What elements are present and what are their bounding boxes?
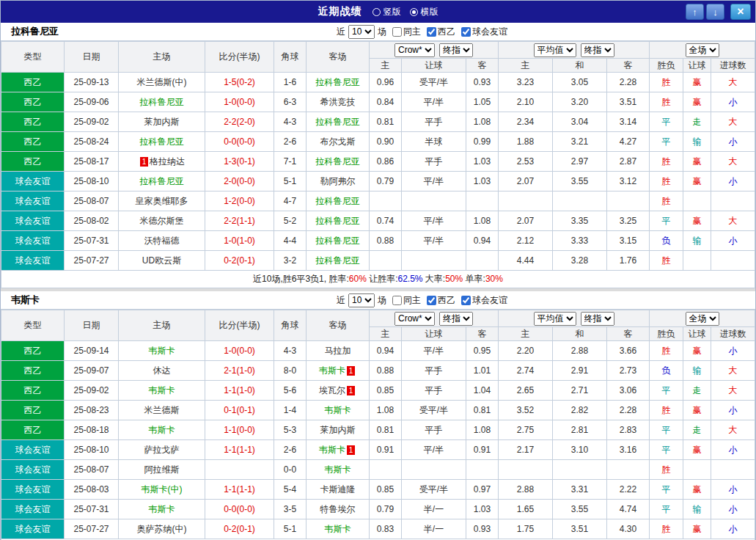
rounds-select[interactable]: 10 [348,293,375,307]
team-label: 拉科鲁尼亚 [316,255,360,266]
home-team: 韦斯卡 [119,500,205,519]
avg-away: 3.06 [607,381,650,401]
corner-score: 0-0 [274,460,307,480]
odds-source-header: Crow* 终指 [370,42,499,59]
col-avg-draw: 和 [553,59,607,73]
odds-handicap: 平手 [402,361,466,381]
match-date: 25-09-06 [65,92,119,112]
avg-draw: 2.91 [553,361,607,381]
col-score: 比分(半场) [205,42,274,73]
odds-source-select[interactable]: Crow* [394,43,435,57]
odds-final-select[interactable]: 终指 [439,312,473,326]
home-team: 奥萨苏纳(中) [119,519,205,539]
odds-home: 0.85 [370,381,402,401]
odds-handicap: 平/半 [402,211,466,231]
result-handicap: 赢 [683,92,711,112]
avg-final-select[interactable]: 终指 [581,43,614,57]
avg-home: 1.75 [499,519,553,539]
corner-score: 5-2 [274,211,307,231]
result-wdl: 平 [650,132,683,152]
match-score: 2-2(2-0) [205,112,274,132]
same-home-filter[interactable]: 同主 [392,294,421,307]
scope-select[interactable]: 全场 [686,312,719,326]
result-goals [711,191,755,211]
match-score: 0-1(0-1) [205,401,274,420]
same-home-checkbox[interactable] [392,27,402,37]
match-type-cell: 球会友谊 [1,519,65,539]
odds-away: 1.08 [466,112,499,132]
league-checkbox[interactable] [427,27,436,37]
summary-segment: 大率: [423,274,446,284]
match-row: 西乙25-09-06拉科鲁尼亚1-0(0-0)6-3希洪竞技0.84平/半1.0… [1,92,755,112]
avg-home: 1.65 [499,500,553,519]
result-wdl: 负 [650,361,683,381]
odds-away: 0.81 [466,401,499,420]
match-type-cell: 西乙 [1,361,65,381]
corner-score: 4-4 [274,231,307,251]
away-team: 希洪竞技 [307,92,370,112]
odds-home: 1.08 [370,401,402,420]
corner-score: 1-4 [274,401,307,420]
team-label: 休达 [153,365,171,376]
avg-home: 3.23 [499,73,553,92]
vertical-layout-radio[interactable]: 竖版 [373,6,401,18]
avg-source-select[interactable]: 平均值 [534,312,576,326]
avg-home: 2.34 [499,112,553,132]
result-wdl: 负 [650,231,683,251]
friendly-filter[interactable]: 球会友谊 [461,294,507,307]
move-up-button[interactable]: ↑ [686,4,704,20]
team-label: 萨拉戈萨 [144,445,180,455]
match-type-cell: 西乙 [1,73,65,92]
corner-score: 7-1 [274,152,307,172]
team-label: 米兰德斯 [144,405,180,415]
odds-home [370,460,402,480]
result-wdl: 平 [650,420,683,440]
scope-header: 全场 [650,310,755,327]
result-handicap [683,191,711,211]
result-wdl: 平 [650,112,683,132]
match-date: 25-08-23 [65,401,119,420]
odds-source-select[interactable]: Crow* [394,312,435,326]
home-team: 米德尔斯堡 [119,211,205,231]
away-team: 布尔戈斯 [307,132,370,152]
result-goals: 小 [711,480,755,500]
friendly-filter[interactable]: 球会友谊 [461,26,507,38]
avg-away: 4.74 [607,500,650,519]
match-row: 西乙25-09-07休达2-1(1-0)8-0韦斯卡10.88平手1.012.7… [1,361,755,381]
league-filter[interactable]: 西乙 [427,294,455,307]
home-team: 休达 [119,361,205,381]
match-row: 西乙25-09-02韦斯卡1-1(1-0)5-6埃瓦尔10.85平手1.042.… [1,381,755,401]
same-home-checkbox[interactable] [392,296,402,305]
match-type-cell: 球会友谊 [1,251,65,271]
col-avg-away: 客 [607,327,650,341]
horizontal-layout-radio[interactable]: 横版 [410,6,438,18]
away-team: 拉科鲁尼亚 [307,251,370,271]
avg-source-select[interactable]: 平均值 [534,43,576,57]
league-filter[interactable]: 西乙 [427,26,455,38]
result-wdl: 平 [650,440,683,460]
odds-final-select[interactable]: 终指 [439,43,473,57]
friendly-checkbox[interactable] [461,27,471,37]
filter-bar: 韦斯卡 近 10 场 同主 西乙 球会友谊 [1,291,755,310]
odds-home: 0.79 [370,500,402,519]
result-goals: 小 [711,401,755,420]
rounds-select[interactable]: 10 [348,25,375,39]
result-goals: 大 [711,420,755,440]
avg-away: 3.15 [607,231,650,251]
home-team: 米兰德斯 [119,401,205,420]
close-button[interactable]: × [730,4,751,20]
result-goals: 大 [711,211,755,231]
team-label: 皇家奥维耶多 [136,196,188,206]
summary-segment: 单率: [463,274,485,284]
move-down-button[interactable]: ↓ [706,4,724,20]
match-type-badge: 球会友谊 [1,172,64,191]
friendly-checkbox[interactable] [461,296,471,305]
avg-final-select[interactable]: 终指 [581,312,614,326]
league-checkbox[interactable] [427,296,436,305]
match-score: 1-0(0-0) [205,341,274,361]
team-label: UD欧云斯 [142,255,181,266]
match-type-cell: 球会友谊 [1,191,65,211]
match-type-badge: 球会友谊 [1,211,64,230]
same-home-filter[interactable]: 同主 [392,26,421,38]
scope-select[interactable]: 全场 [686,43,719,57]
